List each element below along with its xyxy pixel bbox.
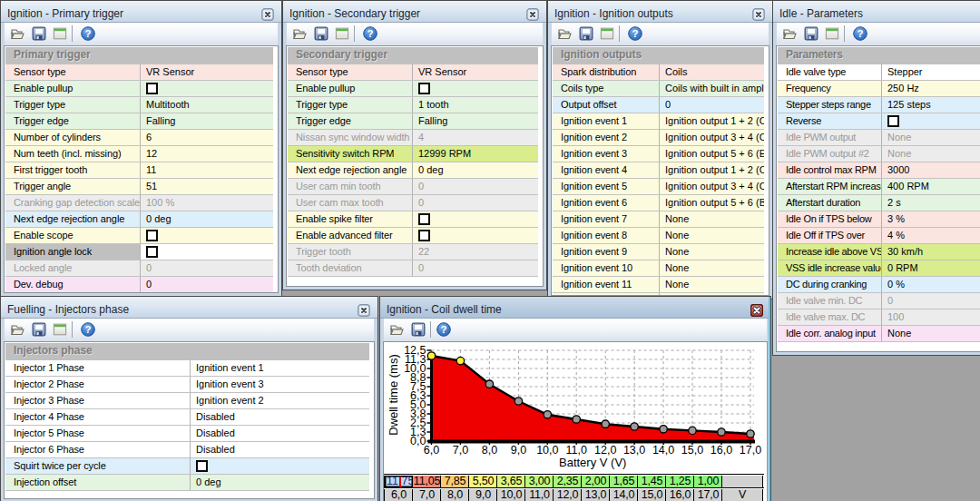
svg-text:14,0: 14,0 bbox=[652, 444, 674, 457]
svg-text:16,0: 16,0 bbox=[710, 444, 732, 457]
svg-text:7,0: 7,0 bbox=[453, 444, 468, 457]
svg-text:Battery V (V): Battery V (V) bbox=[559, 456, 626, 469]
svg-text:9,0: 9,0 bbox=[511, 444, 526, 457]
svg-text:12,0: 12,0 bbox=[594, 444, 616, 457]
svg-text:17,0: 17,0 bbox=[740, 444, 761, 457]
svg-text:11,0: 11,0 bbox=[565, 444, 586, 457]
svg-text:15,0: 15,0 bbox=[681, 444, 703, 457]
svg-text:Dwell time (ms): Dwell time (ms) bbox=[387, 354, 400, 436]
svg-text:12,5: 12,5 bbox=[404, 344, 426, 357]
svg-text:8,0: 8,0 bbox=[482, 444, 497, 457]
svg-text:10,0: 10,0 bbox=[536, 444, 558, 457]
svg-text:13,0: 13,0 bbox=[623, 444, 645, 457]
svg-text:6,0: 6,0 bbox=[424, 444, 439, 457]
